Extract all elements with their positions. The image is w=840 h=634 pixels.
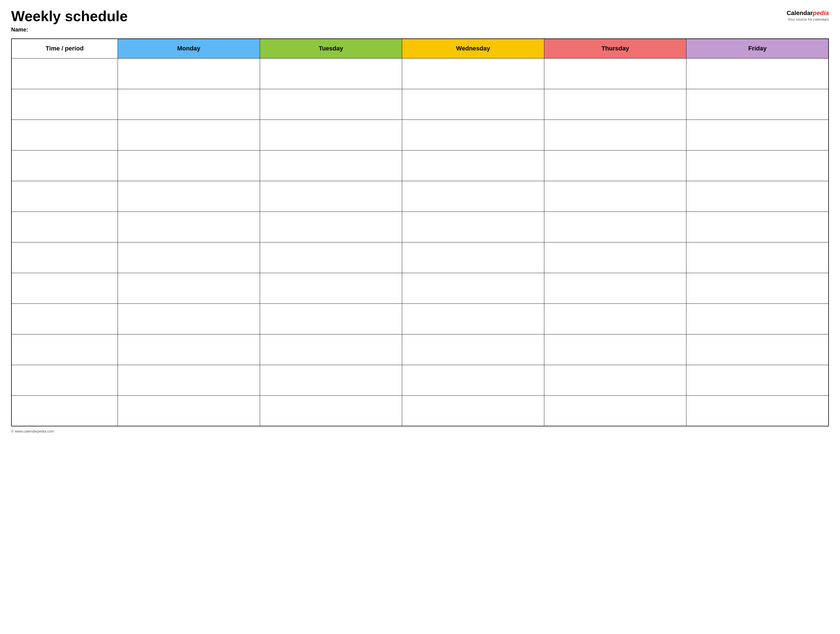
schedule-cell[interactable]: [260, 58, 402, 89]
header-monday: Monday: [118, 39, 260, 58]
schedule-cell[interactable]: [544, 120, 687, 150]
schedule-cell[interactable]: [544, 242, 687, 273]
time-cell[interactable]: [11, 365, 118, 396]
schedule-cell[interactable]: [544, 58, 687, 89]
schedule-cell[interactable]: [402, 89, 544, 120]
schedule-cell[interactable]: [687, 242, 829, 273]
title-section: Weekly schedule Name:: [11, 8, 786, 33]
schedule-cell[interactable]: [687, 303, 829, 334]
header-time: Time / period: [11, 39, 118, 58]
schedule-cell[interactable]: [687, 365, 829, 396]
schedule-cell[interactable]: [260, 150, 402, 181]
schedule-cell[interactable]: [118, 242, 260, 273]
header-friday: Friday: [687, 39, 829, 58]
table-row: [11, 150, 829, 181]
schedule-cell[interactable]: [260, 89, 402, 120]
schedule-cell[interactable]: [544, 89, 687, 120]
schedule-cell[interactable]: [402, 303, 544, 334]
logo-text: Calendarpedia: [786, 9, 829, 17]
schedule-cell[interactable]: [402, 365, 544, 396]
schedule-cell[interactable]: [687, 120, 829, 150]
schedule-cell[interactable]: [687, 273, 829, 303]
schedule-cell[interactable]: [260, 303, 402, 334]
schedule-cell[interactable]: [402, 396, 544, 426]
table-row: [11, 181, 829, 211]
schedule-cell[interactable]: [402, 150, 544, 181]
schedule-cell[interactable]: [118, 58, 260, 89]
schedule-cell[interactable]: [260, 273, 402, 303]
page-header: Weekly schedule Name: Calendarpedia Your…: [11, 8, 829, 33]
schedule-cell[interactable]: [544, 150, 687, 181]
table-row: [11, 365, 829, 396]
table-row: [11, 211, 829, 242]
schedule-table: Time / period Monday Tuesday Wednesday T…: [11, 38, 829, 426]
schedule-cell[interactable]: [118, 150, 260, 181]
schedule-cell[interactable]: [687, 181, 829, 211]
schedule-cell[interactable]: [118, 89, 260, 120]
copyright-text: © www.calendarpedia.com: [11, 429, 54, 433]
schedule-cell[interactable]: [402, 273, 544, 303]
time-cell[interactable]: [11, 211, 118, 242]
time-cell[interactable]: [11, 120, 118, 150]
schedule-cell[interactable]: [118, 334, 260, 365]
time-cell[interactable]: [11, 181, 118, 211]
schedule-cell[interactable]: [260, 365, 402, 396]
time-cell[interactable]: [11, 242, 118, 273]
schedule-cell[interactable]: [118, 365, 260, 396]
schedule-cell[interactable]: [402, 334, 544, 365]
name-label: Name:: [11, 27, 786, 33]
schedule-cell[interactable]: [544, 273, 687, 303]
header-wednesday: Wednesday: [402, 39, 544, 58]
logo-tagline: Your source for calendars: [786, 17, 829, 22]
table-row: [11, 273, 829, 303]
table-row: [11, 334, 829, 365]
schedule-cell[interactable]: [402, 181, 544, 211]
schedule-cell[interactable]: [118, 211, 260, 242]
schedule-cell[interactable]: [544, 334, 687, 365]
time-cell[interactable]: [11, 303, 118, 334]
schedule-cell[interactable]: [402, 120, 544, 150]
schedule-cell[interactable]: [118, 120, 260, 150]
schedule-cell[interactable]: [260, 242, 402, 273]
schedule-cell[interactable]: [544, 396, 687, 426]
footer: © www.calendarpedia.com: [11, 429, 829, 433]
schedule-cell[interactable]: [544, 365, 687, 396]
page-title: Weekly schedule: [11, 8, 786, 24]
schedule-cell[interactable]: [118, 396, 260, 426]
schedule-cell[interactable]: [402, 211, 544, 242]
table-row: [11, 120, 829, 150]
table-row: [11, 242, 829, 273]
schedule-cell[interactable]: [260, 334, 402, 365]
schedule-cell[interactable]: [687, 89, 829, 120]
schedule-cell[interactable]: [118, 303, 260, 334]
schedule-cell[interactable]: [118, 181, 260, 211]
time-cell[interactable]: [11, 58, 118, 89]
schedule-cell[interactable]: [544, 303, 687, 334]
table-row: [11, 396, 829, 426]
schedule-cell[interactable]: [687, 150, 829, 181]
schedule-cell[interactable]: [687, 396, 829, 426]
time-cell[interactable]: [11, 334, 118, 365]
time-cell[interactable]: [11, 396, 118, 426]
schedule-cell[interactable]: [260, 211, 402, 242]
header-thursday: Thursday: [544, 39, 687, 58]
schedule-cell[interactable]: [687, 211, 829, 242]
logo-pedia-text: pedia: [813, 9, 829, 16]
schedule-cell[interactable]: [402, 242, 544, 273]
schedule-cell[interactable]: [402, 58, 544, 89]
time-cell[interactable]: [11, 273, 118, 303]
table-row: [11, 58, 829, 89]
table-header-row: Time / period Monday Tuesday Wednesday T…: [11, 39, 829, 58]
schedule-cell[interactable]: [260, 181, 402, 211]
schedule-cell[interactable]: [260, 120, 402, 150]
schedule-cell[interactable]: [118, 273, 260, 303]
schedule-cell[interactable]: [687, 58, 829, 89]
schedule-cell[interactable]: [544, 211, 687, 242]
schedule-cell[interactable]: [687, 334, 829, 365]
time-cell[interactable]: [11, 150, 118, 181]
time-cell[interactable]: [11, 89, 118, 120]
schedule-cell[interactable]: [544, 181, 687, 211]
header-tuesday: Tuesday: [260, 39, 402, 58]
schedule-cell[interactable]: [260, 396, 402, 426]
table-row: [11, 303, 829, 334]
